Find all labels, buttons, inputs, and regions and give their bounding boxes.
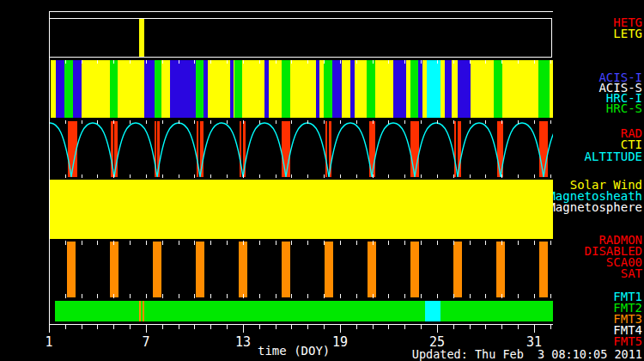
boundary-tick: [421, 241, 422, 245]
instrument-segment-green: [494, 60, 502, 118]
x-axis-minor-tick: [210, 324, 211, 329]
boundary-tick: [453, 294, 454, 298]
boundary-tick: [453, 60, 454, 64]
boundary-tick: [227, 60, 228, 64]
radmon-disabled-bar: [153, 242, 161, 297]
legend-label-fmt5: FMT5: [613, 336, 642, 347]
boundary-tick: [307, 120, 308, 124]
radmon-disabled-bar: [110, 242, 118, 297]
boundary-tick: [453, 241, 454, 245]
legend-label-magnetosphere: Magnetosphere: [548, 202, 642, 213]
boundary-tick: [470, 174, 471, 178]
x-axis-minor-tick: [65, 324, 66, 329]
boundary-tick: [65, 174, 66, 178]
boundary-tick: [194, 241, 195, 245]
instrument-segment-blue: [56, 60, 64, 118]
boundary-tick: [179, 294, 179, 298]
boundary-tick: [259, 294, 260, 298]
boundary-tick: [437, 174, 438, 178]
boundary-tick: [276, 294, 276, 298]
boundary-tick: [470, 241, 471, 245]
instrument-segment-yellow: [82, 60, 110, 118]
boundary-tick: [194, 120, 195, 124]
boundary-tick: [534, 294, 535, 298]
boundary-tick: [259, 60, 260, 64]
boundary-tick: [421, 294, 422, 298]
instrument-segment-yellow: [355, 60, 367, 118]
boundary-tick: [356, 241, 357, 245]
boundary-tick: [291, 120, 292, 124]
x-axis-major-tick: [49, 324, 50, 333]
boundary-tick: [97, 120, 98, 124]
radmon-disabled-bar: [67, 242, 76, 297]
boundary-tick: [130, 60, 131, 64]
boundary-tick: [307, 174, 308, 178]
boundary-tick: [179, 60, 179, 64]
boundary-tick: [470, 294, 471, 298]
boundary-tick: [485, 241, 486, 245]
radmon-disabled-bar: [410, 242, 419, 297]
boundary-tick: [276, 60, 276, 64]
instrument-segment-yellow: [161, 60, 170, 118]
instrument-segment-yellow: [550, 60, 553, 118]
boundary-tick: [550, 60, 551, 64]
boundary-tick: [49, 241, 50, 245]
boundary-tick: [501, 120, 502, 124]
instrument-segment-blue: [73, 60, 82, 118]
boundary-tick: [437, 241, 438, 245]
boundary-tick: [373, 60, 374, 64]
boundary-tick: [388, 174, 389, 178]
x-axis-tick-label: 1: [32, 334, 66, 350]
boundary-tick: [324, 60, 325, 64]
boundary-tick: [373, 241, 374, 245]
instrument-segment-green: [324, 60, 332, 118]
boundary-tick: [49, 120, 50, 124]
x-axis-minor-tick: [518, 324, 519, 329]
instrument-segment-yellow: [290, 60, 316, 118]
boundary-tick: [65, 294, 66, 298]
instrument-segment-green: [110, 60, 118, 118]
x-axis-minor-tick: [550, 324, 551, 329]
boundary-tick: [243, 60, 244, 64]
boundary-tick: [501, 241, 502, 245]
boundary-tick: [307, 60, 308, 64]
boundary-tick: [356, 174, 357, 178]
boundary-tick: [404, 174, 405, 178]
x-axis-minor-tick: [501, 324, 502, 329]
boundary-tick: [210, 60, 211, 64]
radmon-disabled-bar: [282, 242, 290, 297]
boundary-tick: [453, 174, 454, 178]
format-event-fmt3: [139, 301, 141, 321]
instrument-segment-blue: [170, 60, 196, 118]
x-axis-major-tick: [534, 324, 535, 333]
boundary-tick: [324, 241, 325, 245]
boundary-tick: [501, 294, 502, 298]
boundary-tick: [485, 174, 486, 178]
solar-wind-band: [50, 180, 553, 239]
boundary-tick: [146, 120, 147, 124]
x-axis-minor-tick: [404, 324, 405, 329]
x-axis-minor-tick: [291, 324, 292, 329]
boundary-tick: [534, 60, 535, 64]
x-axis-minor-tick: [356, 324, 357, 329]
boundary-tick: [550, 241, 551, 245]
radmon-disabled-bar: [239, 242, 247, 297]
boundary-tick: [82, 174, 82, 178]
instrument-segment-yellow: [502, 60, 538, 118]
boundary-tick: [388, 294, 389, 298]
boundary-tick: [437, 60, 438, 64]
boundary-tick: [194, 294, 195, 298]
x-axis-tick-label: 19: [323, 334, 357, 350]
format-event-fmt1: [425, 301, 440, 321]
boundary-tick: [243, 174, 244, 178]
x-axis-minor-tick: [82, 324, 82, 329]
instrument-segment-green: [234, 60, 242, 118]
instrument-segment-yellow: [342, 60, 350, 118]
boundary-tick: [82, 60, 82, 64]
boundary-tick: [259, 120, 260, 124]
boundary-tick: [130, 294, 131, 298]
boundary-tick: [307, 241, 308, 245]
boundary-tick: [518, 294, 519, 298]
boundary-tick: [453, 120, 454, 124]
boundary-tick: [470, 120, 471, 124]
